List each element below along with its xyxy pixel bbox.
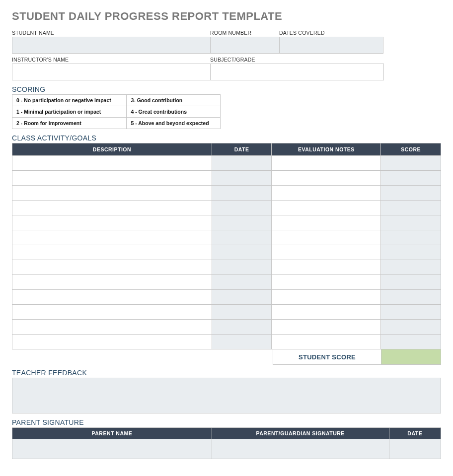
goals-row xyxy=(12,275,441,290)
goals-date-cell[interactable] xyxy=(212,320,272,335)
goals-description-cell[interactable] xyxy=(12,290,212,305)
goals-score-cell[interactable] xyxy=(381,186,441,201)
goals-description-cell[interactable] xyxy=(12,215,212,230)
instructor-name-input[interactable] xyxy=(12,64,211,80)
goals-description-cell[interactable] xyxy=(12,335,212,349)
scoring-legend-table: 0 - No participation or negative impact … xyxy=(12,94,221,129)
student-score-label: STUDENT SCORE xyxy=(273,349,381,365)
goals-score-cell[interactable] xyxy=(381,320,441,335)
goals-description-cell[interactable] xyxy=(12,230,212,245)
goals-row xyxy=(12,215,441,230)
teacher-feedback-heading: TEACHER FEEDBACK xyxy=(12,369,441,377)
scoring-cell: 0 - No participation or negative impact xyxy=(12,95,127,106)
parent-header-signature: PARENT/GUARDIAN SIGNATURE xyxy=(212,428,389,439)
goals-heading: CLASS ACTIVITY/GOALS xyxy=(12,134,441,142)
room-number-input[interactable] xyxy=(210,37,280,54)
dates-covered-label: DATES COVERED xyxy=(279,30,383,36)
parent-signature-table: PARENT NAME PARENT/GUARDIAN SIGNATURE DA… xyxy=(12,427,441,459)
parent-name-cell[interactable] xyxy=(12,439,212,459)
goals-score-cell[interactable] xyxy=(381,305,441,320)
goals-description-cell[interactable] xyxy=(12,245,212,260)
parent-signature-cell[interactable] xyxy=(212,439,389,459)
goals-header-date: DATE xyxy=(212,143,272,156)
goals-description-cell[interactable] xyxy=(12,305,212,320)
goals-description-cell[interactable] xyxy=(12,201,212,215)
goals-date-cell[interactable] xyxy=(212,245,272,260)
subject-grade-label: SUBJECT/GRADE xyxy=(210,57,384,63)
goals-date-cell[interactable] xyxy=(212,305,272,320)
goals-evaluation-cell[interactable] xyxy=(272,305,381,320)
goals-description-cell[interactable] xyxy=(12,171,212,186)
goals-score-cell[interactable] xyxy=(381,290,441,305)
scoring-cell: 5 - Above and beyond expected xyxy=(127,118,221,129)
goals-score-cell[interactable] xyxy=(381,275,441,290)
parent-date-cell[interactable] xyxy=(389,439,441,459)
goals-evaluation-cell[interactable] xyxy=(272,156,381,171)
goals-evaluation-cell[interactable] xyxy=(272,171,381,186)
goals-description-cell[interactable] xyxy=(12,320,212,335)
goals-evaluation-cell[interactable] xyxy=(272,215,381,230)
goals-evaluation-cell[interactable] xyxy=(272,245,381,260)
goals-evaluation-cell[interactable] xyxy=(272,290,381,305)
goals-score-cell[interactable] xyxy=(381,245,441,260)
room-number-label: ROOM NUMBER xyxy=(210,30,280,36)
goals-description-cell[interactable] xyxy=(12,260,212,275)
goals-header-evaluation: EVALUATION NOTES xyxy=(272,143,381,156)
goals-date-cell[interactable] xyxy=(212,201,272,215)
scoring-heading: SCORING xyxy=(12,85,441,93)
goals-date-cell[interactable] xyxy=(212,260,272,275)
parent-signature-heading: PARENT SIGNATURE xyxy=(12,418,441,426)
goals-score-cell[interactable] xyxy=(381,156,441,171)
scoring-cell: 1 - Minimal participation or impact xyxy=(12,106,127,118)
goals-date-cell[interactable] xyxy=(212,186,272,201)
goals-row xyxy=(12,171,441,186)
goals-description-cell[interactable] xyxy=(12,275,212,290)
dates-covered-input[interactable] xyxy=(279,37,383,54)
student-score-value[interactable] xyxy=(381,349,441,365)
goals-description-cell[interactable] xyxy=(12,156,212,171)
parent-header-date: DATE xyxy=(389,428,441,439)
goals-date-cell[interactable] xyxy=(212,230,272,245)
goals-date-cell[interactable] xyxy=(212,171,272,186)
goals-row xyxy=(12,305,441,320)
instructor-name-label: INSTRUCTOR'S NAME xyxy=(12,57,211,63)
goals-header-score: SCORE xyxy=(381,143,441,156)
goals-row xyxy=(12,186,441,201)
goals-row xyxy=(12,290,441,305)
goals-date-cell[interactable] xyxy=(212,215,272,230)
goals-description-cell[interactable] xyxy=(12,186,212,201)
parent-header-name: PARENT NAME xyxy=(12,428,212,439)
goals-evaluation-cell[interactable] xyxy=(272,275,381,290)
goals-evaluation-cell[interactable] xyxy=(272,320,381,335)
goals-date-cell[interactable] xyxy=(212,335,272,349)
goals-score-cell[interactable] xyxy=(381,335,441,349)
info-row-1: STUDENT NAME ROOM NUMBER DATES COVERED xyxy=(12,30,441,54)
goals-score-cell[interactable] xyxy=(381,215,441,230)
scoring-cell: 3- Good contribution xyxy=(127,95,221,106)
student-name-input[interactable] xyxy=(12,37,211,54)
goals-evaluation-cell[interactable] xyxy=(272,335,381,349)
goals-table: DESCRIPTION DATE EVALUATION NOTES SCORE xyxy=(12,143,441,349)
goals-row xyxy=(12,320,441,335)
goals-score-cell[interactable] xyxy=(381,201,441,215)
goals-date-cell[interactable] xyxy=(212,290,272,305)
goals-date-cell[interactable] xyxy=(212,156,272,171)
goals-evaluation-cell[interactable] xyxy=(272,201,381,215)
goals-score-cell[interactable] xyxy=(381,260,441,275)
teacher-feedback-input[interactable] xyxy=(12,378,441,413)
student-score-row: STUDENT SCORE xyxy=(12,349,441,365)
goals-row xyxy=(12,245,441,260)
goals-score-cell[interactable] xyxy=(381,171,441,186)
page-title: STUDENT DAILY PROGRESS REPORT TEMPLATE xyxy=(12,10,441,23)
goals-evaluation-cell[interactable] xyxy=(272,186,381,201)
goals-row xyxy=(12,201,441,215)
goals-row xyxy=(12,260,441,275)
goals-evaluation-cell[interactable] xyxy=(272,260,381,275)
parent-row xyxy=(12,439,441,459)
goals-header-description: DESCRIPTION xyxy=(12,143,212,156)
goals-score-cell[interactable] xyxy=(381,230,441,245)
goals-date-cell[interactable] xyxy=(212,275,272,290)
subject-grade-input[interactable] xyxy=(210,64,384,80)
goals-evaluation-cell[interactable] xyxy=(272,230,381,245)
info-row-2: INSTRUCTOR'S NAME SUBJECT/GRADE xyxy=(12,57,441,80)
